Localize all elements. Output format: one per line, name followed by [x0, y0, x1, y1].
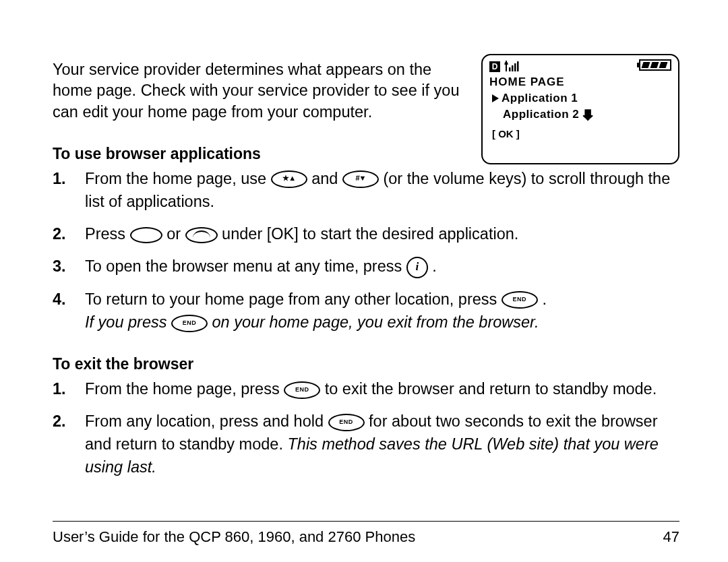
star-up-key-icon — [271, 170, 307, 188]
text: to exit the browser and return to standb… — [325, 380, 657, 398]
svg-rect-3 — [514, 63, 516, 71]
exit-step2: From any location, press and hold END fo… — [53, 410, 679, 478]
step4-note: If you press END on your home page, you … — [85, 313, 539, 331]
text: and — [311, 170, 342, 187]
phone-status-bar: D — [489, 59, 671, 74]
text: Press — [85, 225, 130, 243]
footer-title: User’s Guide for the QCP 860, 1960, and … — [53, 528, 415, 546]
step3: To open the browser menu at any time, pr… — [53, 255, 679, 278]
intro-paragraph: Your service provider determines what ap… — [53, 59, 464, 123]
signal-icon — [504, 59, 519, 74]
heading-exit-browser: To exit the browser — [53, 355, 679, 373]
phone-screen-mock: D HOME PAGE Application 1 — [481, 54, 679, 164]
page-number: 47 — [663, 528, 679, 546]
phone-ok-label: [ OK ] — [489, 128, 671, 139]
phone-title: HOME PAGE — [489, 75, 671, 89]
steps-exit-browser: From the home page, press END to exit th… — [53, 377, 679, 478]
phone-app-row-2: Application 2 🡇 — [489, 108, 671, 121]
footer-rule — [53, 521, 679, 522]
end-key-icon: END — [171, 315, 208, 332]
info-key-icon: i — [406, 257, 428, 278]
phone-app2-label: Application 2 — [503, 108, 579, 121]
digital-icon: D — [489, 61, 500, 72]
softkey-curve-icon — [185, 227, 218, 243]
text: To open the browser menu at any time, pr… — [85, 257, 406, 275]
phone-app1-label: Application 1 — [502, 92, 578, 105]
step4: To return to your home page from any oth… — [53, 288, 679, 334]
phone-app-row-1: Application 1 — [489, 92, 671, 105]
text: From the home page, press — [85, 380, 284, 398]
step2: Press or under [OK] to start the desired… — [53, 222, 679, 245]
softkey-blank-icon — [130, 227, 162, 243]
text: From any location, press and hold — [85, 412, 328, 430]
text: or — [166, 225, 185, 243]
end-key-icon: END — [328, 414, 365, 431]
text: To return to your home page from any oth… — [85, 290, 502, 308]
svg-rect-2 — [512, 65, 514, 71]
end-key-icon: END — [502, 291, 538, 309]
hash-down-key-icon — [342, 170, 379, 188]
battery-icon — [639, 59, 671, 71]
step1: From the home page, use and (or the volu… — [53, 167, 679, 213]
svg-rect-4 — [517, 61, 519, 71]
exit-step1: From the home page, press END to exit th… — [53, 377, 679, 400]
page-footer: User’s Guide for the QCP 860, 1960, and … — [53, 528, 679, 546]
text: From the home page, use — [85, 170, 271, 187]
svg-rect-1 — [509, 67, 511, 71]
text: on your home page, you exit from the bro… — [212, 313, 539, 331]
text: . — [432, 257, 437, 275]
text: . — [542, 290, 547, 308]
text: If you press — [85, 313, 171, 331]
end-key-icon: END — [284, 381, 320, 399]
selection-triangle-icon — [492, 94, 499, 102]
text: under [OK] to start the desired applicat… — [222, 225, 518, 243]
steps-use-browser: From the home page, use and (or the volu… — [53, 167, 679, 334]
